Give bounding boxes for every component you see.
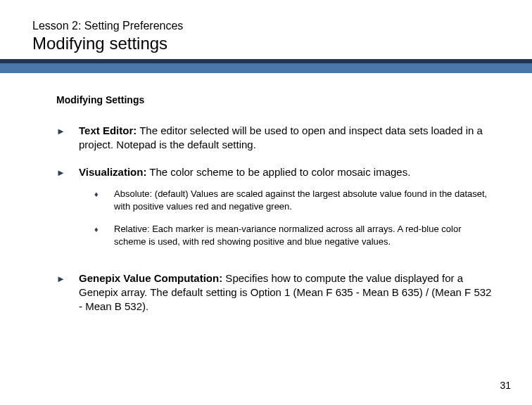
diamond-icon: ♦ [94,188,107,200]
list-item-text: Visualization: The color scheme to be ap… [79,166,410,178]
list-item: ► Genepix Value Computation: Specifies h… [56,271,493,314]
diamond-icon: ♦ [94,223,107,235]
list-item-body: Text Editor: The editor selected will be… [72,124,493,153]
list-item-desc: The color scheme to be applied to color … [146,166,410,178]
list-item: ► Text Editor: The editor selected will … [56,124,493,153]
list-item-desc: The editor selected will be used to open… [79,124,483,150]
section-subheading: Modifying Settings [56,94,493,105]
sub-list-item-text: Relative: Each marker is mean-variance n… [107,223,493,248]
list-item-text: Text Editor: The editor selected will be… [79,124,483,150]
sub-list-item: ♦ Absolute: (default) Values are scaled … [79,188,493,213]
sub-list-item: ♦ Relative: Each marker is mean-variance… [79,223,493,248]
sub-list-item-text: Absolute: (default) Values are scaled ag… [107,188,493,213]
sub-bullet-list: ♦ Absolute: (default) Values are scaled … [79,188,493,249]
arrow-icon: ► [56,271,72,285]
divider [0,59,532,73]
content-area: Modifying Settings ► Text Editor: The ed… [0,73,532,314]
list-item-label: Text Editor: [79,124,137,136]
list-item-label: Visualization: [79,166,146,178]
slide-title: Modifying settings [32,34,532,53]
bullet-list: ► Text Editor: The editor selected will … [56,124,493,314]
list-item-text: Genepix Value Computation: Specifies how… [79,272,491,313]
slide-header: Lesson 2: Setting Preferences Modifying … [0,0,532,53]
arrow-icon: ► [56,165,72,179]
list-item-label: Genepix Value Computation: [79,272,222,284]
list-item: ► Visualization: The color scheme to be … [56,165,493,259]
arrow-icon: ► [56,124,72,138]
page-number: 31 [500,380,511,391]
list-item-body: Visualization: The color scheme to be ap… [72,165,493,259]
slide: Lesson 2: Setting Preferences Modifying … [0,0,532,405]
lesson-line: Lesson 2: Setting Preferences [32,20,532,32]
list-item-body: Genepix Value Computation: Specifies how… [72,271,493,314]
divider-main-bar [0,63,532,73]
